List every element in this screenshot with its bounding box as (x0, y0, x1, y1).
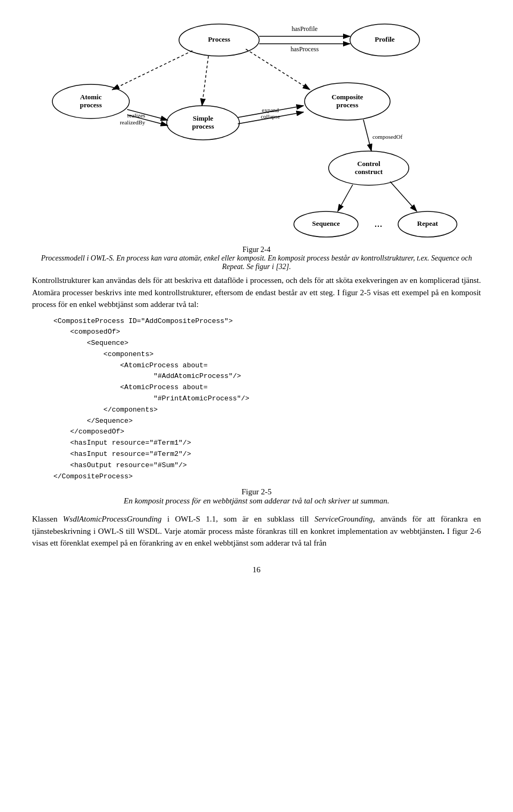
figure-2-4-text: Processmodell i OWL-S. En process kan va… (41, 254, 472, 271)
svg-text:composedOf: composedOf (372, 133, 403, 140)
page-number: 16 (32, 565, 481, 574)
owl-s-diagram: Process Profile hasProfile hasProcess At… (37, 11, 476, 240)
svg-text:...: ... (375, 217, 383, 229)
body-text-2-italic2: ServiceGrounding (314, 515, 372, 523)
svg-text:expand: expand (262, 107, 279, 113)
svg-text:construct: construct (355, 168, 383, 176)
body-text-1: Kontrollstrukturer kan användas dels för… (32, 276, 481, 309)
svg-text:collapse: collapse (261, 113, 280, 120)
svg-line-27 (112, 51, 192, 90)
svg-text:Sequence: Sequence (312, 219, 340, 227)
svg-text:process: process (80, 101, 102, 109)
diagram-container: Process Profile hasProfile hasProcess At… (32, 11, 481, 240)
svg-text:Profile: Profile (375, 35, 395, 43)
body-paragraph-2: Klassen WsdlAtomicProcessGrounding i OWL… (32, 513, 481, 549)
svg-line-38 (363, 120, 371, 151)
svg-line-29 (246, 49, 310, 90)
svg-text:Composite: Composite (331, 93, 363, 101)
body-text-2a: Klassen (32, 515, 63, 523)
svg-text:process: process (192, 122, 214, 130)
svg-text:realizedBy: realizedBy (120, 119, 145, 125)
svg-text:process: process (337, 101, 359, 109)
svg-line-28 (202, 56, 208, 106)
figure-2-5-caption: Figur 2-5 En komposit process för en web… (32, 487, 481, 506)
body-text-2-italic: WsdlAtomicProcessGrounding (63, 515, 162, 523)
body-text-2b: i OWL-S 1.1, som är en subklass till (162, 515, 315, 523)
svg-line-40 (338, 185, 353, 211)
body-paragraph-1: Kontrollstrukturer kan användas dels för… (32, 274, 481, 311)
figure-2-4-caption: Figur 2-4 Processmodell i OWL-S. En proc… (32, 246, 481, 271)
figure-2-5-desc: En komposit process för en webbtjänst so… (124, 496, 390, 505)
figure-2-4-label: Figur 2-4 (243, 246, 271, 254)
svg-text:hasProfile: hasProfile (292, 25, 318, 33)
svg-text:Simple: Simple (193, 114, 214, 122)
svg-text:Process: Process (208, 35, 230, 43)
svg-text:Repeat: Repeat (417, 219, 439, 227)
figure-2-5-label: Figur 2-5 (242, 487, 271, 496)
svg-text:hasProcess: hasProcess (291, 45, 319, 53)
svg-text:Control: Control (357, 160, 380, 168)
svg-text:realizes: realizes (127, 112, 145, 119)
code-block: <CompositeProcess ID="AddCompositeProces… (53, 316, 481, 483)
svg-line-41 (390, 182, 417, 211)
svg-text:Atomic: Atomic (80, 93, 102, 101)
code-content: <CompositeProcess ID="AddCompositeProces… (53, 317, 250, 480)
